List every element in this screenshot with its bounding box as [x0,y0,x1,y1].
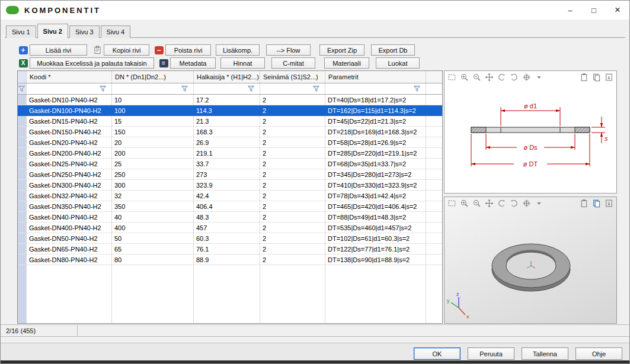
rotate-ccw-icon[interactable] [497,199,506,208]
center-view-icon[interactable] [522,73,531,82]
close-button[interactable]: × [606,1,629,20]
filter-cell-3[interactable] [260,83,325,94]
table-row[interactable]: Gasket-DN65-PN40-H26576.12DT=122|Ds=77|d… [18,244,442,255]
zoom-in-icon[interactable] [460,199,469,208]
filter-cell-4[interactable] [325,83,426,94]
excel-icon[interactable]: X [17,58,29,69]
metadata-app-icon[interactable]: ≡ [158,58,170,69]
row-selector[interactable] [18,105,26,115]
delete-row-button[interactable]: Poista rivi [165,44,211,56]
row-selector[interactable] [18,148,26,158]
paste-view-icon[interactable] [580,199,589,208]
row-selector[interactable] [18,137,26,147]
row-selector[interactable] [18,180,26,190]
ok-button[interactable]: OK [414,347,460,360]
extra-components-button[interactable]: Lisäkomp. [216,44,260,56]
row-selector[interactable] [18,116,26,126]
zoom-out-icon[interactable] [472,199,481,208]
row-selector[interactable] [18,233,26,243]
table-row[interactable]: Gasket-DN15-PN40-H21521.32DT=45|Ds=22|d1… [18,116,442,127]
table-row[interactable]: Gasket-DN350-PN40-H2350406.42DT=465|Ds=4… [18,201,442,212]
cell-filler [426,233,442,243]
paste-view-icon[interactable] [580,73,589,82]
row-selector[interactable] [18,255,26,265]
table-row[interactable]: Gasket-DN10-PN40-H21017.22DT=40|Ds=18|d1… [18,95,442,105]
table-row[interactable]: Gasket-DN250-PN40-H22502732DT=345|Ds=280… [18,169,442,180]
prices-button[interactable]: Hinnat [220,57,265,69]
row-selector[interactable] [18,201,26,211]
select-region-icon[interactable] [447,73,456,82]
column-header-koodi[interactable]: Koodi * [26,71,111,83]
copy-row-button[interactable]: Kopioi rivi [104,44,149,56]
axis-label-z: z [456,291,459,297]
c-dimensions-button[interactable]: C-mitat [271,57,315,69]
row-selector[interactable] [18,212,26,222]
export-view-icon[interactable] [605,199,613,208]
copy-view-icon[interactable] [592,73,601,82]
metadata-button[interactable]: Metadata [170,57,216,69]
export-db-button[interactable]: Export Db [371,44,415,56]
table-row[interactable]: Gasket-DN80-PN40-H28088.92DT=138|Ds=90|d… [18,255,442,265]
pan-icon[interactable] [485,73,494,82]
cell: DT=122|Ds=77|d1=76.1|s=2 [325,244,426,254]
copy-clipboard-icon[interactable] [91,45,103,56]
table-row[interactable]: Gasket-DN100-PN40-H2100114.32DT=162|Ds=1… [18,105,442,116]
filter-cell-2[interactable] [193,83,260,94]
table-row[interactable]: Gasket-DN300-PN40-H2300323.92DT=410|Ds=3… [18,180,442,191]
row-selector[interactable] [18,191,26,201]
column-header-dn[interactable]: DN * (Dn1|Dn2...) [111,71,193,83]
toolbar-row-2: XMuokkaa Excelissä ja palauta takaisin≡M… [17,57,420,69]
row-selector[interactable] [18,244,26,254]
table-row[interactable]: Gasket-DN50-PN40-H25060.32DT=102|Ds=61|d… [18,233,442,244]
column-header-parametrit[interactable]: Parametrit [325,71,426,83]
table-row[interactable]: Gasket-DN150-PN40-H2150168.32DT=218|Ds=1… [18,127,442,137]
row-selector[interactable] [18,127,26,137]
tab-sivu-2[interactable]: Sivu 2 [37,24,68,38]
rotate-ccw-icon[interactable] [497,73,506,82]
tab-sivu-3[interactable]: Sivu 3 [69,25,100,38]
save-button[interactable]: Tallenna [522,347,568,360]
help-button[interactable]: Ohje [575,347,622,360]
zoom-in-icon[interactable] [460,73,469,82]
rotate-cw-icon[interactable] [510,199,519,208]
column-header-halkaisija[interactable]: Halkaisija * (H1|H2...) [193,71,260,83]
cancel-button[interactable]: Peruuta [468,347,514,360]
dropdown-icon[interactable] [535,199,543,208]
export-view-icon[interactable] [605,73,613,82]
tab-sivu-1[interactable]: Sivu 1 [6,25,36,38]
table-row[interactable]: Gasket-DN40-PN40-H24048.32DT=88|Ds=49|d1… [18,212,442,223]
row-selector[interactable] [18,169,26,179]
row-selector-header[interactable] [18,71,26,83]
table-row[interactable]: Gasket-DN32-PN40-H23242.42DT=78|Ds=43|d1… [18,191,442,201]
row-selector[interactable] [18,223,26,233]
table-row[interactable]: Gasket-DN200-PN40-H2200219.12DT=285|Ds=2… [18,148,442,159]
add-row-button[interactable]: Lisää rivi [30,44,87,56]
edit-in-excel-button[interactable]: Muokkaa Excelissä ja palauta takaisin [30,57,154,69]
filter-cell-1[interactable] [111,83,193,94]
row-selector[interactable] [18,159,26,169]
filter-cell-0[interactable] [26,83,111,94]
pan-icon[interactable] [485,199,494,208]
row-selector[interactable] [18,95,26,105]
export-zip-button[interactable]: Export Zip [319,44,364,56]
filter-cell-selector[interactable] [18,83,26,94]
classes-button[interactable]: Luokat [376,57,420,69]
delete-row-icon[interactable]: − [153,45,165,56]
copy-view-icon[interactable] [592,199,601,208]
table-row[interactable]: Gasket-DN20-PN40-H22026.92DT=58|Ds=28|d1… [18,137,442,148]
zoom-out-icon[interactable] [472,73,481,82]
dropdown-icon[interactable] [535,73,543,82]
table-row[interactable]: Gasket-DN25-PN40-H22533.72DT=68|Ds=35|d1… [18,159,442,169]
flow-button[interactable]: --> Flow [266,44,311,56]
table-row[interactable]: Gasket-DN400-PN40-H24004572DT=535|Ds=460… [18,223,442,233]
select-region-icon[interactable] [447,199,456,208]
tab-sivu-4[interactable]: Sivu 4 [101,25,131,38]
gasket-3d-view[interactable]: z y x [444,210,616,319]
rotate-cw-icon[interactable] [510,73,519,82]
material-button[interactable]: Materiaali [324,57,369,69]
minimize-button[interactable]: – [558,1,582,20]
add-row-icon[interactable]: + [17,45,29,56]
center-view-icon[interactable] [522,199,531,208]
maximize-button[interactable]: □ [582,1,606,20]
column-header-sein-m[interactable]: Seinämä (S1|S2...) [260,71,325,83]
